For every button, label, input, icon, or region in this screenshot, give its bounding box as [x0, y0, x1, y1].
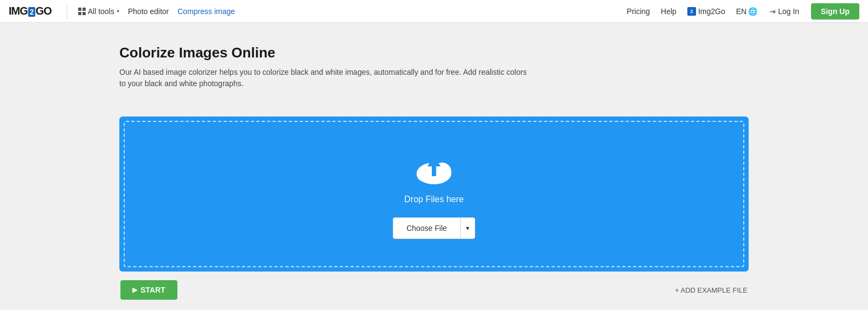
header-right: Pricing Help 2 Img2Go EN 🌐 ⇥ Log In Sign…	[622, 3, 859, 20]
login-icon: ⇥	[769, 7, 776, 16]
choose-file-dropdown-button[interactable]: ▾	[461, 219, 475, 237]
signup-button[interactable]: Sign Up	[811, 3, 859, 20]
nav-divider	[67, 4, 67, 19]
logo-img-text: IMG	[9, 5, 28, 17]
start-button[interactable]: ▶ START	[120, 280, 177, 300]
chevron-down-icon: ▾	[117, 8, 119, 14]
choose-file-button[interactable]: Choose File	[393, 218, 460, 238]
nav-help[interactable]: Help	[656, 5, 681, 18]
lang-label: EN	[736, 7, 746, 16]
header: IMG2GO All tools ▾ Photo editor Compress…	[0, 0, 868, 23]
dropzone[interactable]: Drop Files here Choose File ▾	[124, 121, 744, 267]
grid-icon	[78, 8, 86, 15]
all-tools-menu[interactable]: All tools ▾	[74, 5, 124, 18]
start-chevron-icon: ▶	[132, 286, 137, 294]
logo-go-text: GO	[36, 5, 52, 17]
page-description: Our AI based image colorizer helps you t…	[119, 67, 532, 89]
login-button[interactable]: ⇥ Log In	[764, 5, 805, 18]
start-label: START	[141, 286, 165, 294]
img2go-link[interactable]: 2 Img2Go	[683, 5, 730, 18]
logo-2: 2	[28, 7, 35, 17]
img2go-label: Img2Go	[698, 7, 725, 16]
add-example-label: + ADD EXAMPLE FILE	[675, 286, 748, 294]
all-tools-label: All tools	[88, 7, 114, 16]
page-title: Colorize Images Online	[119, 44, 749, 61]
language-selector[interactable]: EN 🌐	[732, 5, 762, 18]
svg-point-1	[417, 166, 432, 182]
nav-photo-editor[interactable]: Photo editor	[124, 5, 174, 18]
choose-file-container[interactable]: Choose File ▾	[393, 217, 475, 239]
logo[interactable]: IMG2GO	[9, 5, 52, 17]
globe-icon: 🌐	[748, 7, 757, 16]
upload-cloud-icon	[412, 149, 456, 187]
main-content: Colorize Images Online Our AI based imag…	[108, 23, 760, 310]
nav-pricing[interactable]: Pricing	[622, 5, 654, 18]
nav-compress-image[interactable]: Compress image	[173, 5, 239, 18]
add-example-button[interactable]: + ADD EXAMPLE FILE	[675, 286, 748, 294]
login-label: Log In	[778, 7, 799, 16]
drop-files-text: Drop Files here	[404, 195, 463, 204]
dropzone-wrapper: Drop Files here Choose File ▾	[119, 117, 749, 272]
bottom-bar: ▶ START + ADD EXAMPLE FILE	[119, 280, 749, 300]
img2go-icon: 2	[687, 7, 696, 16]
